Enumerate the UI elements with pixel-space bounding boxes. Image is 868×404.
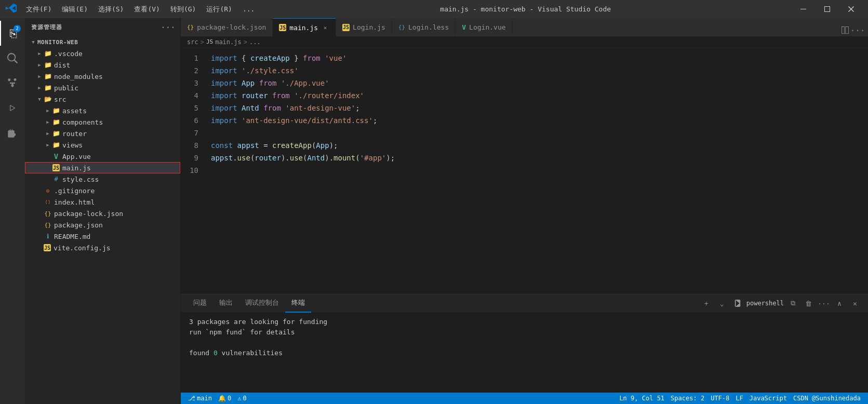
code-line: import App from './App.vue' [211, 77, 868, 89]
run-activity-icon[interactable] [0, 96, 25, 120]
tree-label: index.html [54, 198, 95, 206]
menu-goto[interactable]: 转到(G) [165, 3, 201, 16]
tree-label: vite.config.js [54, 244, 111, 252]
menu-view[interactable]: 查看(V) [129, 3, 165, 16]
menu-select[interactable]: 选择(S) [93, 3, 129, 16]
tab-login-vue[interactable]: V Login.vue [456, 18, 512, 36]
errors-status[interactable]: 🔔 0 [215, 393, 234, 404]
terminal-line [189, 338, 860, 348]
tree-label: package-lock.json [54, 210, 123, 218]
scm-activity-icon[interactable] [0, 71, 25, 96]
tab-package-lock-json[interactable]: {} package-lock.json [181, 18, 273, 36]
git-file-icon: ⊙ [44, 186, 52, 195]
tree-item-public[interactable]: ▶ 📁 public [25, 82, 180, 93]
breadcrumb-src[interactable]: src [187, 38, 198, 46]
folder-arrow-icon: ▶ [35, 72, 44, 80]
folder-arrow-icon: ▶ [35, 61, 44, 69]
tree-item-index-html[interactable]: ▶ ⟨⟩ index.html [25, 196, 180, 208]
line-number: 1 [181, 52, 207, 64]
tree-item-router[interactable]: ▶ 📁 router [25, 128, 180, 139]
folder-icon: 📁 [52, 106, 60, 115]
tree-item-gitignore[interactable]: ▶ ⊙ .gitignore [25, 185, 180, 196]
tree-item-style-css[interactable]: ▶ # style.css [25, 173, 180, 185]
tree-root[interactable]: ▼ MONITOR-WEB [25, 36, 180, 48]
terminal-close-icon[interactable]: ✕ [848, 297, 862, 310]
tree-item-src[interactable]: ▼ 📂 src [25, 93, 180, 105]
cursor-position-status[interactable]: Ln 9, Col 51 [616, 393, 667, 404]
search-activity-icon[interactable] [0, 46, 25, 71]
tab-login-less[interactable]: {} Login.less [392, 18, 456, 36]
line-number: 10 [181, 164, 207, 177]
menu-run[interactable]: 运行(R) [201, 3, 237, 16]
folder-icon: 📁 [44, 72, 52, 80]
tree-label: .gitignore [54, 187, 95, 195]
terminal-maximize-icon[interactable]: ∧ [833, 297, 846, 310]
sidebar-more-icon[interactable]: ··· [163, 22, 174, 33]
tree-label: components [62, 118, 103, 126]
tree-item-components[interactable]: ▶ 📁 components [25, 116, 180, 128]
tree-label: src [54, 96, 66, 103]
terminal-add-icon[interactable]: + [700, 297, 713, 310]
tab-problems[interactable]: 问题 [187, 294, 213, 313]
tree-item-app-vue[interactable]: ▶ V App.vue [25, 151, 180, 162]
tree-label: main.js [62, 164, 91, 172]
restore-button[interactable] [815, 0, 839, 18]
folder-icon: 📁 [44, 49, 52, 58]
terminal-content[interactable]: 3 packages are looking for funding run `… [181, 313, 868, 393]
code-line: const appst = createApp(App); [211, 139, 868, 152]
tab-login-js[interactable]: JS Login.js [336, 18, 392, 36]
split-editor-icon[interactable] [839, 24, 851, 36]
tree-item-main-js[interactable]: ▶ JS main.js [25, 162, 180, 173]
line-number: 2 [181, 64, 207, 77]
js-file-icon: JS [52, 164, 60, 171]
folder-arrow-icon: ▶ [44, 118, 52, 126]
code-line [211, 127, 868, 139]
git-branch-status[interactable]: ⎇ main [185, 393, 215, 404]
tree-item-node-modules[interactable]: ▶ 📁 node_modules [25, 71, 180, 82]
terminal-trash-icon[interactable]: 🗑 [802, 297, 815, 310]
code-editor[interactable]: 12345678910 import { createApp } from 'v… [181, 48, 868, 294]
menu-edit[interactable]: 编辑(E) [57, 3, 92, 16]
indent-status[interactable]: Spaces: 2 [667, 393, 707, 404]
more-tabs-icon[interactable]: ··· [851, 24, 864, 36]
explorer-activity-icon[interactable]: ⎘ 2 [0, 21, 25, 46]
terminal-line: 3 packages are looking for funding [189, 317, 860, 327]
close-button[interactable] [839, 0, 863, 18]
tab-close-button[interactable]: ✕ [321, 23, 329, 32]
minimize-button[interactable] [791, 0, 815, 18]
tab-bar: {} package-lock.json JS main.js ✕ JS Log… [181, 18, 868, 36]
tab-main-js[interactable]: JS main.js ✕ [273, 18, 336, 36]
json-file-icon: {} [44, 209, 52, 218]
tree-item-vite-config[interactable]: ▶ JS vite.config.js [25, 242, 180, 253]
breadcrumb-file[interactable]: main.js [215, 38, 242, 46]
warnings-status[interactable]: ⚠ 0 [234, 393, 249, 404]
menu-more[interactable]: ... [237, 3, 260, 15]
terminal-shell-icon[interactable] [731, 297, 744, 310]
tab-output[interactable]: 输出 [213, 294, 239, 313]
terminal-chevron-icon[interactable]: ⌄ [715, 297, 729, 310]
terminal-more-icon[interactable]: ··· [817, 297, 831, 310]
tab-label: Login.js [353, 23, 385, 31]
extensions-activity-icon[interactable] [0, 120, 25, 145]
menu-file[interactable]: 文件(F) [21, 3, 57, 16]
encoding-status[interactable]: UTF-8 [707, 393, 732, 404]
tree-label: .vscode [54, 50, 83, 58]
code-line: import 'ant-design-vue/dist/antd.css'; [211, 114, 868, 127]
js-tab-icon: JS [279, 24, 286, 31]
tree-item-views[interactable]: ▶ 📁 views [25, 139, 180, 151]
tab-terminal[interactable]: 终端 [285, 294, 311, 313]
tree-item-dist[interactable]: ▶ 📁 dist [25, 59, 180, 71]
line-number: 5 [181, 102, 207, 114]
tree-item-package-json[interactable]: ▶ {} package.json [25, 219, 180, 231]
tree-item-readme[interactable]: ▶ ℹ README.md [25, 231, 180, 242]
tree-item-vscode[interactable]: ▶ 📁 .vscode [25, 48, 180, 59]
eol-status[interactable]: LF [732, 393, 746, 404]
tab-debug-console[interactable]: 调试控制台 [239, 294, 285, 313]
terminal-split-icon[interactable]: ⧉ [786, 297, 799, 310]
sidebar: 资源管理器 ··· ▼ MONITOR-WEB ▶ 📁 .vscode ▶ 📁 … [25, 18, 181, 404]
editor-terminal-wrapper: 12345678910 import { createApp } from 'v… [181, 48, 868, 393]
language-status[interactable]: JavaScript [746, 393, 790, 404]
breadcrumb-more[interactable]: ... [249, 38, 261, 46]
tree-item-assets[interactable]: ▶ 📁 assets [25, 105, 180, 116]
tree-item-package-lock-json[interactable]: ▶ {} package-lock.json [25, 208, 180, 219]
